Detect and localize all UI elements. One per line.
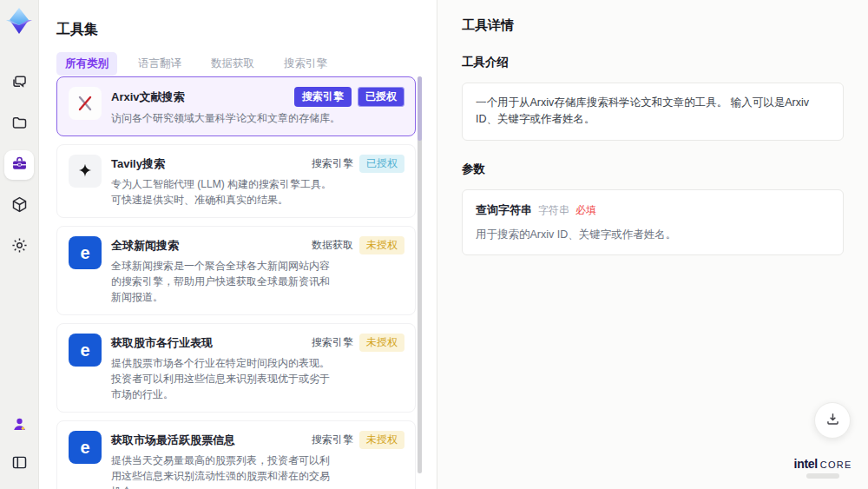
download-icon bbox=[825, 411, 841, 431]
intel-wordmark: intel bbox=[794, 457, 818, 471]
tool-list-panel: 工具集 所有类别 语言翻译 数据获取 搜索引擎 Arxiv文献搜索 搜索引擎 已… bbox=[40, 0, 437, 489]
card-desc: 提供当天交易量最高的股票列表，投资者可以利用这些信息来识别流动性强的股票和潜在的… bbox=[111, 453, 339, 489]
toolbox-icon bbox=[10, 155, 29, 176]
card-title: Tavily搜索 bbox=[111, 156, 165, 172]
chat-icon bbox=[10, 73, 29, 95]
card-desc: 专为人工智能代理 (LLM) 构建的搜索引擎工具。可快速提供实时、准确和真实的结… bbox=[111, 176, 339, 208]
tool-detail-panel: 工具详情 工具介绍 一个用于从Arxiv存储库搜索科学论文和文章的工具。 输入可… bbox=[437, 0, 868, 489]
card-desc: 提供股票市场各个行业在特定时间段内的表现。投资者可以利用这些信息来识别表现优于或… bbox=[111, 355, 339, 402]
app-logo-icon bbox=[4, 6, 34, 36]
intro-text: 一个用于从Arxiv存储库搜索科学论文和文章的工具。 输入可以是Arxiv ID… bbox=[476, 96, 809, 125]
status-badge: 未授权 bbox=[359, 236, 404, 254]
core-wordmark: CORE bbox=[820, 459, 852, 470]
param-desc: 用于搜索的Arxiv ID、关键字或作者姓名。 bbox=[476, 227, 830, 243]
params-heading: 参数 bbox=[462, 162, 844, 177]
tab-search-engine[interactable]: 搜索引擎 bbox=[275, 52, 336, 76]
status-badge: 未授权 bbox=[359, 334, 404, 352]
sidebar-item-chat[interactable] bbox=[4, 69, 34, 98]
card-title: 获取股市各行业表现 bbox=[111, 335, 213, 351]
news-provider-logo-icon: e bbox=[69, 236, 102, 269]
sidebar-item-settings[interactable] bbox=[4, 232, 34, 261]
tab-data-fetch[interactable]: 数据获取 bbox=[202, 52, 263, 76]
finance-provider-logo-icon: e bbox=[69, 431, 102, 464]
list-scrollbar[interactable] bbox=[418, 76, 422, 473]
tool-card-tavily[interactable]: Tavily搜索 搜索引擎 已授权 专为人工智能代理 (LLM) 构建的搜索引擎… bbox=[56, 144, 416, 218]
card-desc: 全球新闻搜索是一个聚合全球各大新闻网站内容的搜索引擎，帮助用户快速获取全球最新资… bbox=[111, 258, 339, 305]
category-label: 搜索引擎 bbox=[312, 335, 353, 350]
tool-card-arxiv[interactable]: Arxiv文献搜索 搜索引擎 已授权 访问各个研究领域大量科学论文和文章的存储库… bbox=[56, 76, 416, 136]
card-title: Arxiv文献搜索 bbox=[111, 89, 185, 105]
card-title: 获取市场最活跃股票信息 bbox=[111, 433, 235, 448]
panel-toggle-icon bbox=[10, 453, 29, 475]
user-icon bbox=[10, 415, 29, 437]
sidebar-item-account[interactable] bbox=[4, 411, 34, 440]
status-badge: 未授权 bbox=[359, 431, 404, 449]
card-title: 全球新闻搜索 bbox=[111, 238, 179, 254]
category-badge: 搜索引擎 bbox=[294, 87, 352, 107]
sidebar-item-models[interactable] bbox=[4, 191, 34, 221]
tool-card-sector-performance[interactable]: e 获取股市各行业表现 搜索引擎 未授权 提供股票市场各个行业在特定时间段内的表… bbox=[56, 323, 416, 413]
param-type: 字符串 bbox=[538, 202, 569, 219]
category-label: 搜索引擎 bbox=[312, 433, 353, 447]
intro-heading: 工具介绍 bbox=[462, 55, 844, 70]
gear-icon bbox=[10, 236, 29, 258]
param-required-flag: 必填 bbox=[575, 202, 596, 219]
arxiv-logo-icon bbox=[69, 87, 102, 120]
category-tabs: 所有类别 语言翻译 数据获取 搜索引擎 bbox=[56, 52, 336, 76]
cube-icon bbox=[10, 195, 29, 217]
finance-provider-logo-icon: e bbox=[69, 334, 102, 367]
intro-box: 一个用于从Arxiv存储库搜索科学论文和文章的工具。 输入可以是Arxiv ID… bbox=[462, 83, 844, 141]
intel-core-logo: intel CORE bbox=[792, 457, 854, 479]
folder-icon bbox=[10, 114, 29, 135]
status-badge: 已授权 bbox=[359, 155, 404, 173]
sidebar-item-collapse[interactable] bbox=[4, 449, 34, 479]
intel-sub-badge bbox=[806, 473, 839, 479]
detail-title: 工具详情 bbox=[462, 17, 844, 34]
tool-card-list: Arxiv文献搜索 搜索引擎 已授权 访问各个研究领域大量科学论文和文章的存储库… bbox=[56, 76, 416, 489]
sidebar-rail bbox=[0, 0, 39, 489]
scrollbar-thumb[interactable] bbox=[418, 76, 422, 141]
param-name: 查询字符串 bbox=[476, 202, 532, 219]
sidebar-item-files[interactable] bbox=[4, 109, 34, 139]
sparkle-icon bbox=[69, 155, 102, 188]
tool-card-active-stocks[interactable]: e 获取市场最活跃股票信息 搜索引擎 未授权 提供当天交易量最高的股票列表，投资… bbox=[56, 420, 416, 489]
tool-card-global-news[interactable]: e 全球新闻搜索 数据获取 未授权 全球新闻搜索是一个聚合全球各大新闻网站内容的… bbox=[56, 226, 416, 315]
sidebar-item-tools[interactable] bbox=[4, 150, 34, 180]
param-box: 查询字符串 字符串 必填 用于搜索的Arxiv ID、关键字或作者姓名。 bbox=[462, 189, 844, 256]
download-button[interactable] bbox=[814, 402, 851, 439]
card-desc: 访问各个研究领域大量科学论文和文章的存储库。 bbox=[111, 110, 382, 126]
status-badge: 已授权 bbox=[358, 87, 404, 107]
category-label: 数据获取 bbox=[312, 238, 353, 253]
tab-all-categories[interactable]: 所有类别 bbox=[56, 52, 117, 76]
tab-translation[interactable]: 语言翻译 bbox=[129, 52, 190, 76]
category-label: 搜索引擎 bbox=[312, 156, 353, 171]
page-title: 工具集 bbox=[56, 21, 98, 39]
